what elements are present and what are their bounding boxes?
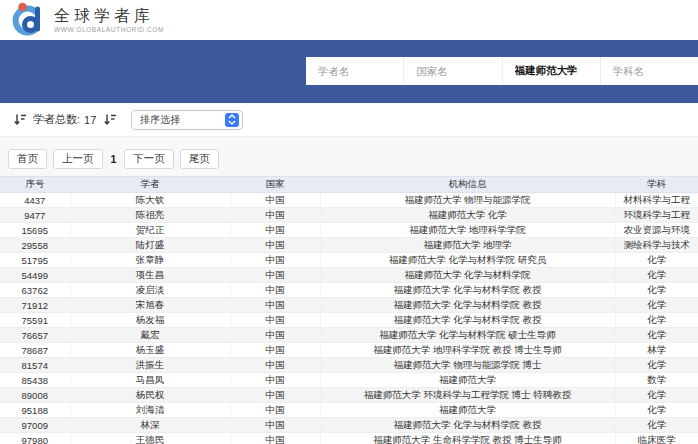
- cell-id: 9477: [0, 208, 70, 223]
- header-discipline: 学科: [615, 177, 698, 193]
- nav-bar: [0, 40, 698, 103]
- scholar-name-input[interactable]: [306, 57, 403, 85]
- cell-institution: 福建师范大学 化学与材料学院 教授: [320, 298, 615, 313]
- table-row[interactable]: 97980 王德民 中国 福建师范大学 生命科学学院 教授 博士生导师 临床医学: [0, 433, 698, 444]
- sort-toolbar: 学者总数: 17 排序选择: [0, 103, 698, 137]
- table-row[interactable]: 85438 马昌凤 中国 福建师范大学 数学: [0, 373, 698, 388]
- cell-institution: 福建师范大学 化学与材料学院 教授: [320, 283, 615, 298]
- table-header-row: 序号 学者 国家 机构信息 学科: [0, 177, 698, 193]
- cell-id: 97009: [0, 418, 70, 433]
- cell-scholar: 陈大钦: [70, 193, 230, 208]
- table-row[interactable]: 54499 项生昌 中国 福建师范大学 化学与材料学院 化学: [0, 268, 698, 283]
- table-row[interactable]: 51795 张章静 中国 福建师范大学 化学与材料学院 研究员 化学: [0, 253, 698, 268]
- cell-discipline: 化学: [615, 268, 698, 283]
- cell-country: 中国: [230, 253, 320, 268]
- cell-id: 78687: [0, 343, 70, 358]
- table-row[interactable]: 81574 洪振生 中国 福建师范大学 物理与能源学院 博士 化学: [0, 358, 698, 373]
- cell-discipline: 化学: [615, 328, 698, 343]
- cell-id: 29558: [0, 238, 70, 253]
- site-title: 全球学者库: [54, 7, 164, 25]
- cell-country: 中国: [230, 268, 320, 283]
- table-row[interactable]: 29558 陆灯盛 中国 福建师范大学 地理学 测绘科学与技术: [0, 238, 698, 253]
- current-page-number: 1: [109, 153, 119, 165]
- sort-amount-icon[interactable]: [104, 113, 117, 126]
- header-scholar: 学者: [70, 177, 230, 193]
- table-row[interactable]: 9477 陈祖亮 中国 福建师范大学 化学 环境科学与工程: [0, 208, 698, 223]
- cell-discipline: 环境科学与工程: [615, 208, 698, 223]
- table-row[interactable]: 89008 杨民权 中国 福建师范大学 环境科学与工程学院 博士 特聘教授 化学: [0, 388, 698, 403]
- scholar-table: 序号 学者 国家 机构信息 学科 4437 陈大钦 中国 福建师范大学 物理与能…: [0, 176, 698, 444]
- discipline-input[interactable]: [600, 57, 698, 85]
- cell-discipline: 临床医学: [615, 433, 698, 444]
- cell-institution: 福建师范大学 生命科学学院 教授 博士生导师: [320, 433, 615, 444]
- sort-amount-icon[interactable]: [14, 113, 27, 126]
- table-row[interactable]: 76657 戴宏 中国 福建师范大学 化学与材料学院 硕士生导师 化学: [0, 328, 698, 343]
- cell-scholar: 杨发福: [70, 313, 230, 328]
- cell-country: 中国: [230, 373, 320, 388]
- table-row[interactable]: 97009 林深 中国 福建师范大学 化学与材料学院 教授 化学: [0, 418, 698, 433]
- table-row[interactable]: 63762 凌启淡 中国 福建师范大学 化学与材料学院 教授 化学: [0, 283, 698, 298]
- institution-input[interactable]: [502, 57, 600, 85]
- cell-country: 中国: [230, 403, 320, 418]
- sort-select[interactable]: 排序选择: [131, 110, 243, 130]
- cell-discipline: 林学: [615, 343, 698, 358]
- cell-scholar: 戴宏: [70, 328, 230, 343]
- cell-institution: 福建师范大学: [320, 373, 615, 388]
- cell-scholar: 陆灯盛: [70, 238, 230, 253]
- cell-id: 95188: [0, 403, 70, 418]
- cell-discipline: 化学: [615, 358, 698, 373]
- cell-id: 4437: [0, 193, 70, 208]
- cell-discipline: 化学: [615, 298, 698, 313]
- site-logo[interactable]: 全球学者库 WWW.GLOBALAUTHORID.COM: [9, 2, 164, 38]
- cell-discipline: 化学: [615, 403, 698, 418]
- cell-scholar: 贺纪正: [70, 223, 230, 238]
- cell-institution: 福建师范大学 化学与材料学院: [320, 268, 615, 283]
- table-row[interactable]: 71912 宋旭春 中国 福建师范大学 化学与材料学院 教授 化学: [0, 298, 698, 313]
- table-row[interactable]: 78687 杨玉盛 中国 福建师范大学 地理科学学院 教授 博士生导师 林学: [0, 343, 698, 358]
- cell-country: 中国: [230, 313, 320, 328]
- first-page-button[interactable]: 首页: [8, 149, 47, 169]
- cell-id: 76657: [0, 328, 70, 343]
- table-row[interactable]: 95188 刘海清 中国 福建师范大学 化学: [0, 403, 698, 418]
- cell-institution: 福建师范大学 物理与能源学院: [320, 193, 615, 208]
- next-page-button[interactable]: 下一页: [124, 149, 174, 169]
- cell-scholar: 洪振生: [70, 358, 230, 373]
- total-scholars-count: 17: [84, 114, 96, 126]
- prev-page-button[interactable]: 上一页: [53, 149, 103, 169]
- cell-country: 中国: [230, 283, 320, 298]
- table-row[interactable]: 15695 贺纪正 中国 福建师范大学 地理科学学院 农业资源与环境: [0, 223, 698, 238]
- site-subtitle: WWW.GLOBALAUTHORID.COM: [54, 26, 164, 33]
- cell-country: 中国: [230, 238, 320, 253]
- select-stepper-icon: [225, 113, 239, 127]
- total-scholars-label: 学者总数:: [33, 112, 80, 127]
- cell-discipline: 化学: [615, 418, 698, 433]
- table-row[interactable]: 4437 陈大钦 中国 福建师范大学 物理与能源学院 材料科学与工程: [0, 193, 698, 208]
- cell-institution: 福建师范大学 地理学: [320, 238, 615, 253]
- header-country: 国家: [230, 177, 320, 193]
- cell-country: 中国: [230, 223, 320, 238]
- table-row[interactable]: 75591 杨发福 中国 福建师范大学 化学与材料学院 教授 化学: [0, 313, 698, 328]
- brand-text: 全球学者库 WWW.GLOBALAUTHORID.COM: [54, 7, 164, 33]
- cell-country: 中国: [230, 418, 320, 433]
- site-header: 全球学者库 WWW.GLOBALAUTHORID.COM: [0, 0, 698, 40]
- cell-institution: 福建师范大学 化学: [320, 208, 615, 223]
- table-body: 4437 陈大钦 中国 福建师范大学 物理与能源学院 材料科学与工程 9477 …: [0, 193, 698, 444]
- cell-discipline: 材料科学与工程: [615, 193, 698, 208]
- country-name-input[interactable]: [403, 57, 501, 85]
- cell-country: 中国: [230, 193, 320, 208]
- last-page-button[interactable]: 尾页: [180, 149, 219, 169]
- header-institution: 机构信息: [320, 177, 615, 193]
- cell-discipline: 测绘科学与技术: [615, 238, 698, 253]
- cell-id: 15695: [0, 223, 70, 238]
- cell-scholar: 宋旭春: [70, 298, 230, 313]
- header-id: 序号: [0, 177, 70, 193]
- cell-scholar: 项生昌: [70, 268, 230, 283]
- cell-id: 89008: [0, 388, 70, 403]
- cell-institution: 福建师范大学 化学与材料学院 硕士生导师: [320, 328, 615, 343]
- cell-country: 中国: [230, 328, 320, 343]
- cell-institution: 福建师范大学 环境科学与工程学院 博士 特聘教授: [320, 388, 615, 403]
- globalauthorid-logo-icon: [9, 2, 45, 38]
- sort-select-value: 排序选择: [140, 113, 180, 127]
- cell-country: 中国: [230, 343, 320, 358]
- cell-scholar: 陈祖亮: [70, 208, 230, 223]
